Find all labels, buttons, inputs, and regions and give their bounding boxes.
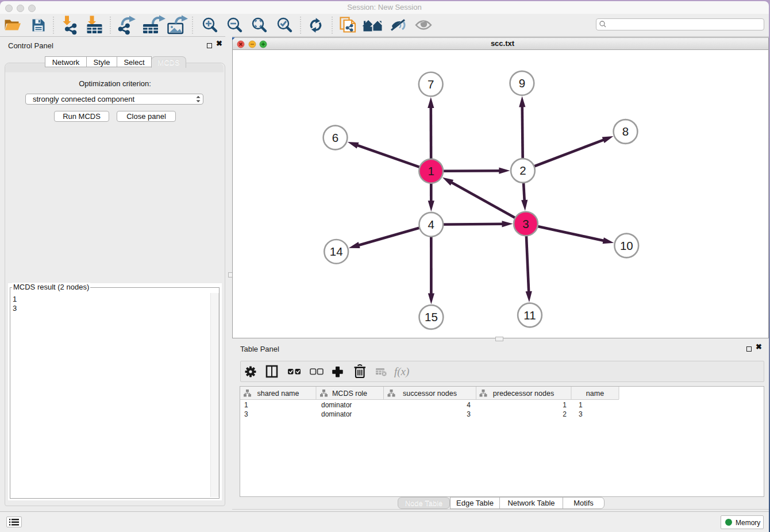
svg-text:9: 9 (519, 76, 525, 90)
svg-text:10: 10 (620, 239, 633, 252)
svg-text:7: 7 (428, 78, 434, 91)
svg-text:successor nodes: successor nodes (403, 390, 457, 398)
svg-text:11: 11 (523, 309, 536, 322)
svg-text:f(x): f(x) (394, 365, 409, 378)
svg-text:name: name (586, 390, 604, 398)
svg-text:shared name: shared name (257, 390, 299, 398)
svg-text:1: 1 (428, 164, 434, 178)
svg-text:14: 14 (330, 245, 343, 258)
svg-text:6: 6 (332, 131, 338, 144)
svg-text:3: 3 (522, 217, 529, 230)
svg-text:4: 4 (428, 218, 434, 231)
svg-text:predecessor nodes: predecessor nodes (493, 390, 554, 398)
svg-text:8: 8 (622, 125, 629, 138)
svg-text:2: 2 (519, 164, 526, 177)
svg-text:15: 15 (425, 310, 438, 323)
svg-text:MCDS role: MCDS role (332, 390, 367, 398)
